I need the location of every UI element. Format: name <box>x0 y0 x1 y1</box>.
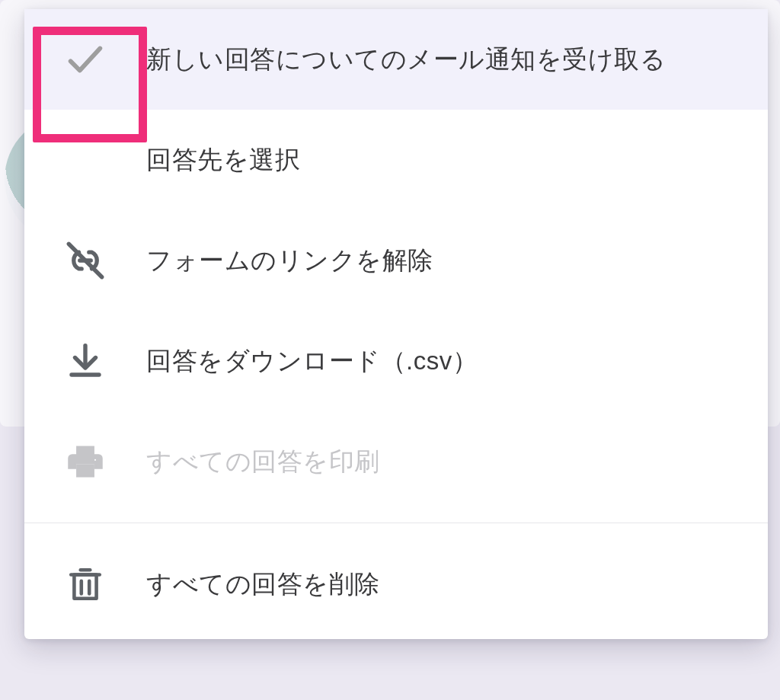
menu-item-email-notifications[interactable]: 新しい回答についてのメール通知を受け取る <box>24 9 768 110</box>
menu-item-download-csv[interactable]: 回答をダウンロード（.csv） <box>24 311 768 411</box>
menu-item-delete-all[interactable]: すべての回答を削除 <box>24 534 768 634</box>
menu-item-label: 回答先を選択 <box>146 144 300 175</box>
svg-rect-3 <box>77 465 94 476</box>
unlink-icon <box>24 238 146 283</box>
print-icon <box>24 442 146 481</box>
dropdown-menu: 新しい回答についてのメール通知を受け取る 回答先を選択 フォームのリンクを解除 … <box>24 9 768 639</box>
menu-item-unlink-form[interactable]: フォームのリンクを解除 <box>24 210 768 311</box>
download-icon <box>24 340 146 382</box>
check-icon <box>24 37 146 82</box>
svg-point-4 <box>94 459 97 462</box>
menu-item-label: フォームのリンクを解除 <box>146 245 433 276</box>
menu-item-label: 回答をダウンロード（.csv） <box>146 345 478 376</box>
trash-icon <box>24 565 146 603</box>
menu-divider <box>24 523 768 523</box>
menu-item-label: 新しい回答についてのメール通知を受け取る <box>146 43 666 75</box>
svg-rect-5 <box>74 575 96 599</box>
menu-item-select-destination[interactable]: 回答先を選択 <box>24 110 768 210</box>
menu-item-label: すべての回答を印刷 <box>146 446 380 477</box>
menu-item-print-all: すべての回答を印刷 <box>24 411 768 512</box>
menu-item-label: すべての回答を削除 <box>146 568 380 599</box>
